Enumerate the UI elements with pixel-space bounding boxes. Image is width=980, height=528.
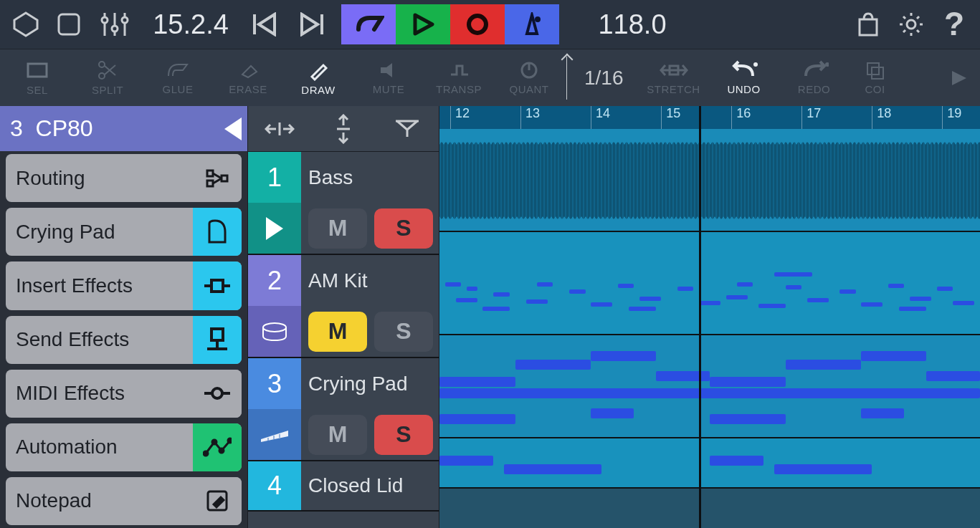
waveform: [439, 142, 980, 219]
tool-copy[interactable]: COI: [850, 51, 900, 105]
sidebar-header[interactable]: 3 CP80: [0, 106, 247, 151]
clip-area[interactable]: 12 13 14 15 16 17 18 19: [439, 106, 980, 528]
sidebar-item-label: Crying Pad: [6, 221, 115, 244]
track-header[interactable]: 1 Bass M S: [248, 152, 439, 255]
track-number: 4: [248, 461, 301, 510]
svg-point-37: [219, 448, 224, 453]
timeline-ruler[interactable]: 12 13 14 15 16 17 18 19: [439, 106, 980, 129]
track-name: Crying Pad: [301, 358, 439, 409]
song-position[interactable]: 15.2.4: [141, 9, 241, 40]
snap-value[interactable]: 1/16: [584, 67, 624, 90]
svg-point-33: [212, 388, 222, 398]
collapse-left-icon[interactable]: [224, 117, 242, 140]
svg-rect-0: [59, 14, 79, 34]
rewind-button[interactable]: [244, 4, 287, 44]
track-header[interactable]: 4 Closed Lid: [248, 461, 439, 512]
toolbar-play-icon[interactable]: [941, 51, 977, 105]
forward-button[interactable]: [290, 4, 333, 44]
sidebar-item-instrument[interactable]: Crying Pad: [6, 208, 242, 256]
tool-mute-label: MUTE: [373, 83, 405, 95]
tool-sel[interactable]: SEL: [3, 51, 72, 105]
sidebar-item-notepad[interactable]: Notepad: [6, 477, 242, 525]
tool-erase[interactable]: ERASE: [214, 51, 282, 105]
mute-button[interactable]: M: [308, 312, 367, 352]
sidebar-item-send-effects[interactable]: Send Effects: [6, 316, 242, 364]
tempo-display[interactable]: 118.0: [582, 9, 682, 40]
svg-point-2: [102, 17, 108, 23]
track-instrument-icon[interactable]: [248, 409, 301, 460]
mute-button[interactable]: M: [308, 208, 367, 249]
insert-icon: [193, 261, 242, 309]
svg-point-10: [535, 16, 541, 22]
tool-transp[interactable]: TRANSP: [424, 51, 493, 105]
automation-icon: [193, 423, 242, 471]
topbar: 15.2.4 118.0 ?: [0, 0, 980, 49]
transport-cluster: [341, 4, 559, 44]
sidebar-header-label: 3 CP80: [10, 115, 93, 142]
solo-button[interactable]: S: [374, 415, 433, 455]
solo-button[interactable]: S: [374, 208, 433, 249]
loop-button[interactable]: [341, 4, 396, 44]
svg-point-38: [228, 438, 232, 443]
track-name: Bass: [301, 152, 439, 203]
help-icon[interactable]: ?: [934, 4, 974, 44]
tool-glue[interactable]: GLUE: [143, 51, 212, 105]
tool-quant[interactable]: QUANT: [495, 51, 563, 105]
ruler-bar: 18: [872, 106, 891, 129]
ruler-bar: 16: [731, 106, 751, 129]
horizontal-zoom-icon[interactable]: [258, 112, 301, 146]
svg-point-9: [469, 16, 486, 33]
filter-icon[interactable]: [386, 112, 429, 146]
track-play-button[interactable]: [248, 203, 301, 254]
sidebar-item-label: Automation: [6, 436, 118, 459]
mute-button[interactable]: M: [308, 415, 367, 455]
record-button[interactable]: [450, 4, 505, 44]
keys-icon: [260, 426, 290, 443]
project-icon[interactable]: [6, 4, 46, 44]
svg-rect-24: [207, 181, 213, 186]
playhead[interactable]: [699, 106, 701, 528]
vertical-zoom-icon[interactable]: [322, 112, 365, 146]
track-header-column: 1 Bass M S 2 AM Kit M: [247, 106, 439, 528]
clip-lane[interactable]: [439, 335, 980, 438]
tool-copy-label: COI: [865, 83, 885, 95]
sidebar-item-label: MIDI Effects: [6, 382, 125, 405]
sidebar-item-routing[interactable]: Routing: [6, 154, 242, 202]
drum-icon: [260, 322, 289, 342]
tool-split[interactable]: SPLIT: [73, 51, 142, 105]
clip-lane[interactable]: [439, 438, 980, 489]
track-name: AM Kit: [301, 255, 439, 306]
sidebar-item-automation[interactable]: Automation: [6, 423, 242, 471]
solo-button[interactable]: S: [374, 312, 433, 352]
tool-erase-label: ERASE: [229, 83, 267, 95]
play-button[interactable]: [396, 4, 450, 44]
stop-button[interactable]: [49, 4, 89, 44]
track-header[interactable]: 3 Crying Pad M S: [248, 358, 439, 461]
tool-stretch[interactable]: STRETCH: [639, 51, 708, 105]
main-area: 3 CP80 Routing Crying Pad Insert Effects…: [0, 106, 980, 528]
svg-point-14: [99, 62, 105, 67]
track-name: Closed Lid: [301, 461, 439, 510]
sidebar-item-insert-effects[interactable]: Insert Effects: [6, 261, 242, 309]
metronome-button[interactable]: [505, 4, 559, 44]
mixer-icon[interactable]: [92, 4, 138, 44]
sidebar-item-midi-effects[interactable]: MIDI Effects: [6, 370, 242, 418]
ruler-bar: 14: [591, 106, 610, 129]
track-instrument-icon[interactable]: [248, 306, 301, 357]
tool-draw[interactable]: DRAW: [284, 51, 353, 105]
routing-icon: [193, 154, 242, 202]
clip-lane[interactable]: [439, 129, 980, 232]
svg-point-19: [753, 62, 758, 67]
tool-mute[interactable]: MUTE: [354, 51, 423, 105]
svg-point-11: [907, 20, 915, 29]
clip-lanes: [439, 129, 980, 528]
sidebar: 3 CP80 Routing Crying Pad Insert Effects…: [0, 106, 247, 528]
clip-lane[interactable]: [439, 232, 980, 335]
shop-icon[interactable]: [848, 4, 888, 44]
settings-icon[interactable]: [891, 4, 931, 44]
tool-sel-label: SEL: [27, 84, 48, 96]
track-header[interactable]: 2 AM Kit M S: [248, 255, 439, 358]
tool-redo[interactable]: REDO: [780, 51, 849, 105]
svg-rect-21: [867, 63, 879, 75]
tool-undo[interactable]: UNDO: [710, 51, 779, 105]
